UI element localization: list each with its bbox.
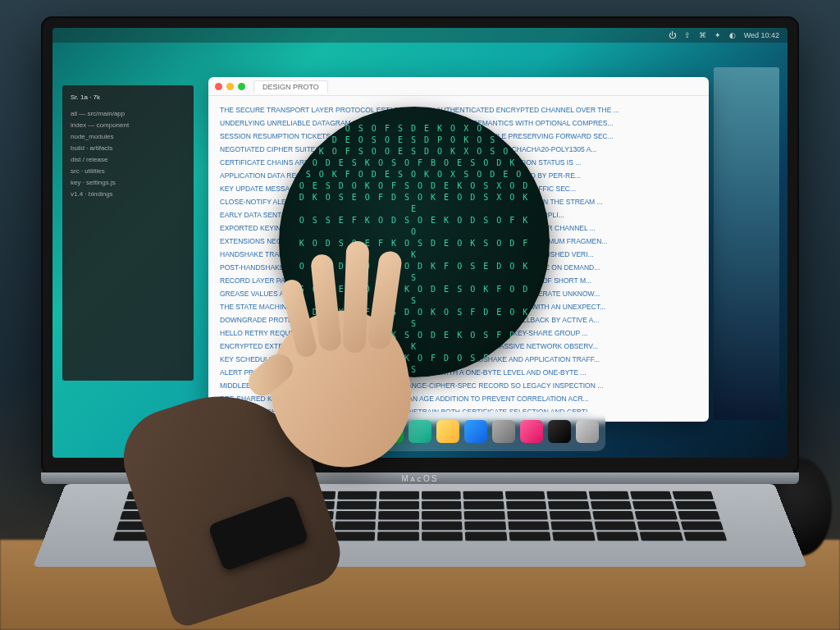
mail-icon[interactable] [325,420,348,443]
notes-icon[interactable] [436,420,459,443]
keyboard-key [509,532,551,541]
editor-side-panel: Sr. 1a · 7k all — src/main/appindex — co… [62,85,194,381]
laptop-brand-text: MᴀᴄOS [402,474,439,483]
system-icon[interactable] [492,420,515,443]
side-panel-item: key · settings.js [71,177,185,189]
menubar-item: Wed 10:42 [744,31,779,39]
keyboard-key [289,532,331,541]
side-panel-item: build · artifacts [71,143,185,154]
finder-icon[interactable] [241,420,264,443]
keyboard-key [463,501,504,509]
side-panel-item: node_modules [71,131,185,143]
keyboard-key [208,501,250,509]
document-line: MIDDLEBOX COMPATIBILITY MODE EMITS A DUM… [220,380,697,391]
keyboard-key [640,532,683,541]
keyboard-key [422,522,463,531]
matrix-row: O D S K O F E S D O K O S F D E O K S [295,307,533,330]
keyboard-key [546,491,587,500]
keyboard-key [120,511,162,520]
appstore-icon[interactable] [464,420,487,443]
launchpad-icon[interactable] [269,420,292,443]
keyboard-keys [115,491,724,534]
keyboard-key [550,522,592,531]
keyboard-key [674,501,717,509]
macos-menubar: ⏻⇪⌘✦◐Wed 10:42 [52,28,788,43]
keyboard-key [336,501,377,509]
keyboard-key [594,522,637,531]
keyboard-key [377,522,418,531]
keyboard-key [163,511,206,520]
keyboard-key [464,522,505,531]
keyboard-key [683,532,728,541]
keyboard-key [333,532,375,541]
menubar-item: ✦ [714,31,721,39]
maps-icon[interactable] [409,420,431,443]
minimize-icon[interactable] [226,83,234,90]
window-titlebar: DESIGN PROTO [208,77,709,96]
keyboard-key [203,522,246,531]
terminal-icon[interactable] [548,420,571,443]
keyboard-key [201,532,244,541]
keyboard-key [337,491,377,500]
matrix-row: K O F S O O E S D O K X O S O [295,146,533,158]
keyboard-key [116,522,160,531]
trash-icon[interactable] [576,420,599,443]
keyboard-key [113,532,158,541]
keyboard-key [504,491,545,500]
matrix-row: D E O S O E S D P O K O S [295,135,533,146]
window-tab[interactable]: DESIGN PROTO [253,80,328,93]
keyboard-key [249,511,291,520]
keyboard-key [251,501,292,509]
keyboard-key [680,522,724,531]
side-panel-item: index — component [71,120,185,131]
safari-icon[interactable] [297,420,320,443]
keyboard-key [378,511,418,520]
matrix-row: O S S E F K O D S O E K O D S O F K O [295,215,533,238]
keyboard-key [463,491,503,500]
keyboard-deck [33,484,807,567]
keyboard-key [678,511,720,520]
keyboard-key [422,491,461,500]
keyboard-key [507,511,548,520]
keyboard-key [123,501,166,509]
keyboard-key [166,501,208,509]
keyboard-key [126,491,168,500]
messages-icon[interactable] [381,420,404,443]
traffic-lights [215,83,245,90]
keyboard-key [505,501,546,509]
macos-dock [235,412,605,451]
keyboard-key [160,522,203,531]
keyboard-key [379,491,418,500]
music-icon[interactable] [520,420,543,443]
side-panel-item: src · utilities [71,166,185,177]
keyboard-key [253,491,294,500]
keyboard-key [630,491,672,500]
menubar-item: ◐ [729,31,736,39]
keyboard-key [157,532,200,541]
matrix-row: K O D S O E F K O S D E O K S O D F K [295,238,533,261]
keyboard-key [292,511,333,520]
keyboard-key [377,532,419,541]
keyboard-key [465,532,507,541]
keyboard-key [672,491,714,500]
matrix-row: D K O S E O F D S O K E O D S X O K E [295,192,533,215]
matrix-row: S O K E D O F S K O D E S O K F O D S [295,284,533,307]
keyboard-key [422,532,463,541]
keyboard-key [422,511,462,520]
keyboard-key [245,532,288,541]
matrix-row: S O K F O D E S O K O X S O D E O [295,169,533,180]
keyboard-key [422,501,462,509]
keyboard-key [290,522,332,531]
keyboard-key [508,522,550,531]
close-icon[interactable] [215,83,222,90]
keyboard-key [635,511,678,520]
side-panel-item: all — src/main/app [71,108,185,120]
keyboard-key [588,491,629,500]
matrix-row: O D E S K O S O F B O E S O D K [295,158,533,169]
photos-icon[interactable] [353,420,376,443]
keyboard-key [247,522,289,531]
keyboard-key [596,532,639,541]
keyboard-key [206,511,248,520]
keyboard-key [168,491,210,500]
zoom-icon[interactable] [238,83,245,90]
